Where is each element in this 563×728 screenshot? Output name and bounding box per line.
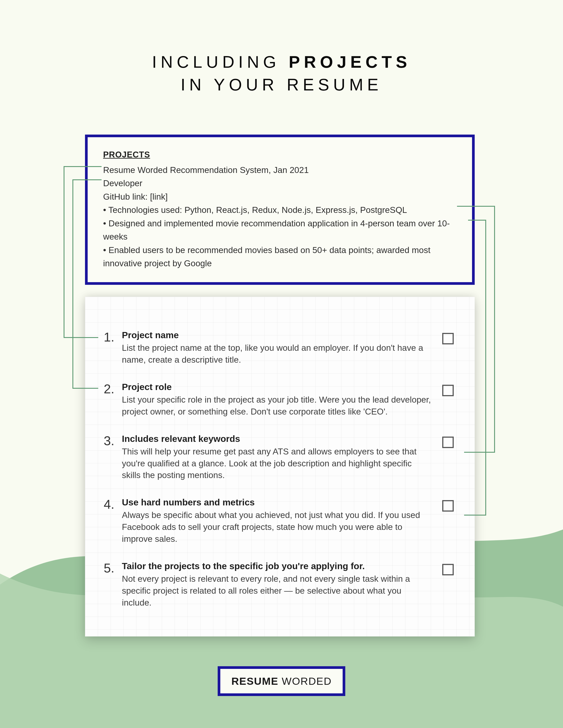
checklist-title: Tailor the projects to the specific job … xyxy=(122,561,432,572)
checklist-card: 1. Project name List the project name at… xyxy=(85,297,475,636)
brand-logo: RESUME WORDED xyxy=(218,666,345,696)
checklist-title: Includes relevant keywords xyxy=(122,433,432,444)
example-bullet: Technologies used: Python, React.js, Red… xyxy=(103,203,457,217)
checklist-desc: Not every project is relevant to every r… xyxy=(122,573,432,608)
checkbox-icon[interactable] xyxy=(442,385,454,396)
checklist-item-5: 5. Tailor the projects to the specific j… xyxy=(99,561,454,609)
checklist-number: 4. xyxy=(99,497,119,511)
checklist-desc: Always be specific about what you achiev… xyxy=(122,509,432,545)
example-bullet: Designed and implemented movie recommend… xyxy=(103,217,457,244)
checklist-number: 2. xyxy=(99,382,119,395)
example-bullets: Technologies used: Python, React.js, Red… xyxy=(103,203,457,270)
example-bullet: Enabled users to be recommended movies b… xyxy=(103,244,457,270)
example-project-name: Resume Worded Recommendation System, Jan… xyxy=(103,163,457,177)
example-github-link: GitHub link: [link] xyxy=(103,190,457,203)
title-prefix: INCLUDING xyxy=(152,53,289,71)
page-title: INCLUDING PROJECTS IN YOUR RESUME xyxy=(0,0,563,96)
checklist-item-4: 4. Use hard numbers and metrics Always b… xyxy=(99,497,454,545)
example-heading: PROJECTS xyxy=(103,148,457,161)
checklist-desc: List your specific role in the project a… xyxy=(122,394,432,418)
checklist-title: Use hard numbers and metrics xyxy=(122,497,432,508)
checkbox-icon[interactable] xyxy=(442,333,454,344)
checklist-title: Project name xyxy=(122,330,432,341)
checkbox-icon[interactable] xyxy=(442,500,454,512)
checklist-number: 1. xyxy=(99,330,119,343)
checklist-number: 5. xyxy=(99,561,119,574)
checklist-item-3: 3. Includes relevant keywords This will … xyxy=(99,433,454,481)
checklist-number: 3. xyxy=(99,433,119,447)
logo-rest: WORDED xyxy=(278,675,332,687)
example-project-role: Developer xyxy=(103,177,457,190)
title-bold: PROJECTS xyxy=(289,53,411,71)
example-projects-box: PROJECTS Resume Worded Recommendation Sy… xyxy=(85,135,475,285)
title-line2: IN YOUR RESUME xyxy=(0,73,563,96)
checkbox-icon[interactable] xyxy=(442,437,454,448)
checklist-desc: This will help your resume get past any … xyxy=(122,446,432,481)
checklist-item-2: 2. Project role List your specific role … xyxy=(99,382,454,418)
checkbox-icon[interactable] xyxy=(442,564,454,575)
checklist-desc: List the project name at the top, like y… xyxy=(122,342,432,366)
checklist-title: Project role xyxy=(122,382,432,392)
logo-bold: RESUME xyxy=(231,675,278,687)
checklist-item-1: 1. Project name List the project name at… xyxy=(99,330,454,366)
